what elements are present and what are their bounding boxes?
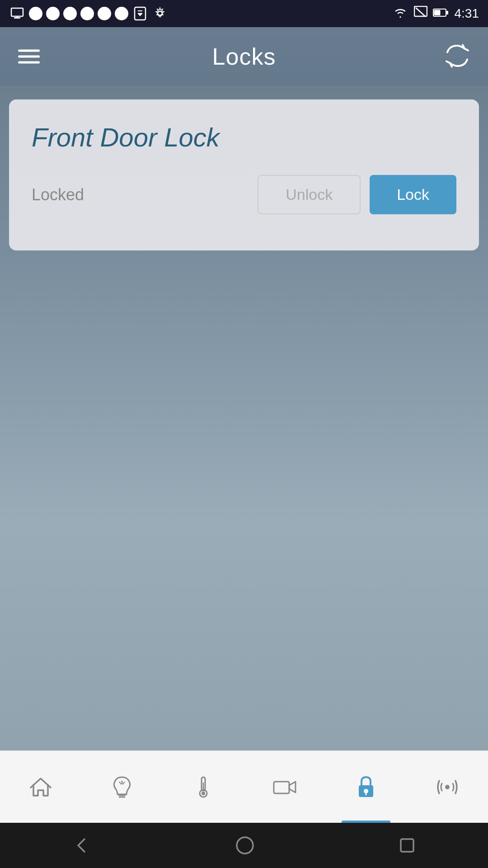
status-dot-5: [98, 7, 111, 20]
status-dot-3: [63, 7, 77, 20]
status-dot-2: [46, 7, 60, 20]
nav-item-cameras[interactable]: [244, 751, 325, 823]
svg-point-19: [202, 792, 205, 795]
svg-point-23: [364, 789, 368, 793]
menu-button[interactable]: [18, 50, 40, 64]
svg-rect-11: [446, 11, 448, 14]
home-sys-button[interactable]: [235, 835, 255, 855]
svg-rect-10: [434, 10, 440, 15]
camera-icon: [271, 774, 298, 801]
svg-line-8: [416, 8, 426, 17]
lock-button[interactable]: Lock: [370, 175, 456, 214]
status-dot-4: [80, 7, 94, 20]
thermometer-icon: [190, 774, 217, 801]
screen-icon: [9, 5, 25, 22]
bulb-icon: [108, 774, 136, 801]
nav-item-home[interactable]: [0, 751, 81, 823]
status-bar-left: [9, 5, 168, 22]
svg-rect-1: [14, 17, 20, 19]
status-bar-right: 4:31: [392, 6, 479, 22]
svg-rect-0: [11, 8, 23, 16]
lock-name: Front Door Lock: [32, 122, 456, 152]
svg-rect-21: [274, 782, 289, 793]
nav-item-sensors[interactable]: [407, 751, 488, 823]
page-title: Locks: [212, 43, 276, 70]
nav-item-lights[interactable]: [81, 751, 163, 823]
wifi-icon: [392, 6, 408, 22]
signal-off-icon: [414, 6, 427, 22]
svg-line-16: [123, 782, 125, 784]
recent-button[interactable]: [398, 836, 416, 854]
svg-line-15: [119, 782, 121, 784]
svg-rect-27: [401, 839, 413, 852]
status-time: 4:31: [455, 6, 479, 21]
main-content: Front Door Lock Locked Unlock Lock: [0, 86, 488, 769]
bottom-nav: [0, 750, 488, 823]
system-nav: [0, 823, 488, 868]
svg-point-25: [445, 785, 450, 789]
lock-status: Locked: [32, 185, 84, 204]
sensor-icon: [434, 774, 461, 801]
header: Locks: [0, 27, 488, 86]
lock-icon: [352, 774, 380, 801]
status-dot-6: [115, 7, 128, 20]
nav-item-climate[interactable]: [163, 751, 244, 823]
lock-buttons: Unlock Lock: [258, 175, 456, 214]
home-icon: [27, 774, 54, 801]
download-icon: [132, 5, 148, 22]
unlock-button[interactable]: Unlock: [258, 175, 361, 214]
svg-point-26: [237, 837, 253, 854]
lock-card: Front Door Lock Locked Unlock Lock: [9, 99, 479, 250]
back-button[interactable]: [72, 835, 92, 855]
nav-item-locks[interactable]: [325, 751, 407, 823]
battery-icon: [433, 6, 449, 21]
status-dot-1: [29, 7, 42, 20]
refresh-button[interactable]: [445, 43, 470, 70]
gear-icon: [152, 5, 168, 22]
status-bar: 4:31: [0, 0, 488, 27]
lock-controls: Locked Unlock Lock: [32, 175, 456, 214]
